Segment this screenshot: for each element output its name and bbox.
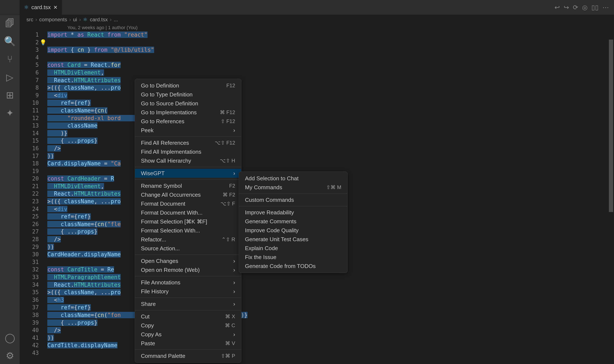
menu-item[interactable]: Refactor...⌃⇧ R — [135, 235, 241, 244]
split-editor-icon[interactable]: ▯▯ — [591, 4, 599, 11]
scrollbar[interactable] — [608, 39, 614, 363]
menu-item[interactable]: Format Selection [⌘K ⌘F] — [135, 217, 241, 226]
menu-item[interactable]: Open Changes› — [135, 257, 241, 265]
menu-item[interactable]: Add Selection to Chat — [239, 174, 347, 183]
menu-item[interactable]: Peek› — [135, 126, 241, 135]
chevron-right-icon: › — [233, 288, 235, 295]
lightbulb-icon[interactable]: 💡 — [40, 39, 46, 46]
context-menu-main: Go to DefinitionF12Go to Type Definition… — [135, 79, 241, 363]
menu-item[interactable]: Cut⌘ X — [135, 312, 241, 321]
menu-item[interactable]: Find All References⌥⇧ F12 — [135, 138, 241, 147]
settings-icon[interactable]: ⚙ — [5, 350, 15, 361]
explorer-icon[interactable]: 🗐 — [5, 18, 15, 28]
chevron-right-icon: › — [233, 301, 235, 307]
menu-item[interactable]: Rename SymbolF2 — [135, 181, 241, 190]
breadcrumb-item[interactable]: ui — [73, 17, 77, 23]
menu-item[interactable]: Source Action... — [135, 244, 241, 253]
menu-item[interactable]: Go to Source Definition — [135, 99, 241, 108]
compass-icon[interactable]: ◎ — [582, 4, 587, 11]
context-menu-wisegpt: Add Selection to ChatMy Commands⇧⌘ MCust… — [239, 171, 348, 273]
search-icon[interactable]: 🔍 — [5, 36, 15, 46]
breadcrumb-item[interactable]: components — [39, 17, 67, 23]
tab-filename: card.tsx — [31, 4, 51, 11]
tab-close-icon[interactable]: ✕ — [53, 4, 57, 11]
menu-item[interactable]: Copy⌘ C — [135, 321, 241, 330]
menu-item[interactable]: Fix the Issue — [239, 253, 347, 262]
chevron-right-icon: › — [233, 258, 235, 264]
run-debug-icon[interactable]: ▷ — [5, 72, 15, 82]
nav-forward-icon[interactable]: ↪ — [564, 4, 569, 11]
chevron-right-icon: › — [233, 127, 235, 134]
menu-item[interactable]: Improve Code Quality — [239, 226, 347, 235]
menu-item[interactable]: Explain Code — [239, 244, 347, 253]
menu-item[interactable]: Show Call Hierarchy⌥⇧ H — [135, 156, 241, 165]
menu-item[interactable]: File Annotations› — [135, 278, 241, 287]
react-file-icon: ⚛ — [24, 4, 29, 11]
menu-item[interactable]: Generate Unit Test Cases — [239, 235, 347, 244]
account-icon[interactable]: ◯ — [5, 333, 15, 343]
tab-card-tsx[interactable]: ⚛ card.tsx ✕ — [20, 0, 62, 15]
line-numbers: 1234567891011121314151617181920212223242… — [20, 31, 47, 364]
scrollbar-thumb[interactable] — [609, 39, 613, 212]
activity-bar: 🗐 🔍 ⑂ ▷ ⊞ ✦ ◯ ⚙ — [0, 15, 20, 364]
chevron-right-icon: › — [233, 170, 235, 177]
breadcrumb-item[interactable]: ... — [114, 17, 118, 23]
chevron-right-icon: › — [233, 267, 235, 273]
menu-item[interactable]: Open on Remote (Web)› — [135, 265, 241, 274]
menu-item[interactable]: Custom Commands — [239, 195, 347, 204]
menu-item[interactable]: Generate Comments — [239, 217, 347, 226]
refresh-icon[interactable]: ⟳ — [573, 4, 578, 11]
menu-item[interactable]: Command Palette⇧⌘ P — [135, 351, 241, 360]
menu-item[interactable]: WiseGPT› — [135, 169, 241, 178]
breadcrumb[interactable]: src› components› ui› ⚛ card.tsx› ... — [20, 15, 614, 24]
source-control-icon[interactable]: ⑂ — [5, 54, 15, 64]
menu-item[interactable]: Generate Code from TODOs — [239, 262, 347, 271]
chevron-right-icon: › — [233, 331, 235, 338]
menu-item[interactable]: My Commands⇧⌘ M — [239, 183, 347, 192]
menu-item[interactable]: Format Document With... — [135, 208, 241, 217]
menu-item[interactable]: Change All Occurrences⌘ F2 — [135, 190, 241, 199]
wisegpt-icon[interactable]: ✦ — [5, 108, 15, 118]
menu-item[interactable]: Copy As› — [135, 330, 241, 339]
menu-item[interactable]: Go to Implementations⌘ F12 — [135, 108, 241, 117]
breadcrumb-item[interactable]: src — [27, 17, 33, 23]
nav-back-icon[interactable]: ↩ — [555, 4, 560, 11]
git-blame: You, 2 weeks ago | 1 author (You) — [20, 24, 614, 31]
menu-item[interactable]: Improve Readability — [239, 208, 347, 217]
breadcrumb-item[interactable]: card.tsx — [90, 17, 108, 23]
menu-item[interactable]: File History› — [135, 287, 241, 296]
extensions-icon[interactable]: ⊞ — [5, 90, 15, 100]
chevron-right-icon: › — [233, 279, 235, 286]
more-icon[interactable]: ⋯ — [602, 4, 609, 11]
menu-item[interactable]: Go to References⇧ F12 — [135, 117, 241, 126]
menu-item[interactable]: Go to DefinitionF12 — [135, 81, 241, 90]
menu-item[interactable]: Format Selection With... — [135, 226, 241, 235]
menu-item[interactable]: Format Document⌥⇧ F — [135, 199, 241, 208]
menu-item[interactable]: Find All Implementations — [135, 147, 241, 156]
menu-item[interactable]: Share› — [135, 299, 241, 308]
titlebar: ⚛ card.tsx ✕ ↩ ↪ ⟳ ◎ ▯▯ ⋯ — [0, 0, 614, 15]
menu-item[interactable]: Go to Type Definition — [135, 90, 241, 99]
menu-item[interactable]: Paste⌘ V — [135, 339, 241, 348]
